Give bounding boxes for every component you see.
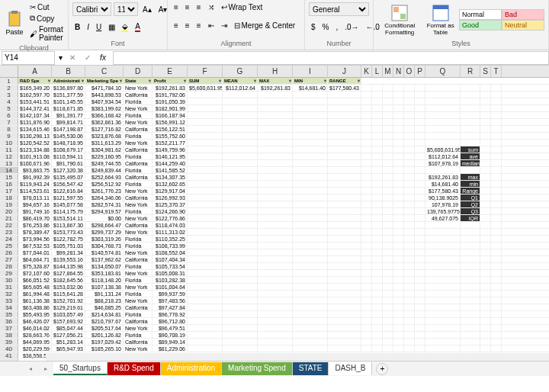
cell[interactable] — [404, 236, 415, 242]
cell[interactable] — [404, 92, 415, 98]
cell[interactable] — [188, 243, 223, 249]
cell[interactable]: $134,050.07 — [85, 263, 124, 269]
cell[interactable]: sum — [461, 146, 480, 153]
cell[interactable]: $152,211.77 — [152, 140, 188, 146]
col-header-N[interactable]: N — [393, 66, 404, 77]
cell[interactable] — [188, 236, 223, 242]
cell[interactable] — [361, 318, 372, 324]
cell[interactable] — [361, 194, 372, 201]
cell[interactable] — [393, 146, 404, 153]
row-header[interactable]: 23 — [0, 229, 18, 235]
cell[interactable]: $76,253.86 — [18, 222, 52, 228]
cell[interactable] — [393, 339, 404, 345]
cell[interactable] — [223, 194, 258, 201]
cell[interactable] — [223, 215, 258, 221]
cell[interactable] — [188, 339, 223, 345]
table-filter-header[interactable]: RANGE — [328, 78, 361, 84]
cell[interactable]: $191,792.06 — [152, 92, 188, 98]
cell[interactable] — [480, 311, 491, 317]
cell[interactable]: $177,580.43 — [425, 188, 461, 194]
cell[interactable] — [372, 181, 383, 187]
cell[interactable] — [293, 339, 328, 345]
cell[interactable] — [258, 174, 293, 180]
cell[interactable] — [425, 318, 461, 324]
cell[interactable] — [415, 277, 425, 283]
cell[interactable] — [258, 188, 293, 194]
cell[interactable]: $153,773.43 — [52, 229, 85, 235]
cell[interactable] — [383, 339, 393, 345]
cell[interactable] — [188, 105, 223, 111]
cell[interactable] — [415, 263, 425, 269]
cell[interactable] — [393, 277, 404, 283]
cell[interactable]: 49,627.075 — [425, 215, 461, 221]
cell[interactable]: $134,307.35 — [152, 174, 188, 180]
cell[interactable] — [491, 201, 502, 207]
cell[interactable] — [328, 229, 361, 235]
cell[interactable] — [461, 92, 480, 98]
cell[interactable] — [383, 249, 393, 255]
cell[interactable] — [223, 112, 258, 118]
cell[interactable] — [383, 284, 393, 290]
cell[interactable] — [372, 201, 383, 207]
cell[interactable] — [404, 208, 415, 214]
cell[interactable]: $129,219.61 — [52, 304, 85, 310]
cell[interactable]: $20,229.59 — [18, 345, 52, 352]
cell[interactable] — [293, 249, 328, 255]
cell[interactable] — [415, 284, 425, 290]
cell[interactable] — [404, 311, 415, 317]
col-header-F[interactable]: F — [188, 66, 223, 77]
currency-button[interactable]: $ — [309, 22, 318, 32]
cell[interactable]: $118,148.20 — [85, 277, 124, 283]
cell[interactable] — [393, 304, 404, 310]
cell[interactable] — [491, 181, 502, 187]
cell[interactable]: $140,574.81 — [85, 249, 124, 255]
cell[interactable]: $261,776.23 — [85, 188, 124, 194]
cell[interactable] — [383, 256, 393, 262]
cell[interactable]: $67,532.53 — [18, 243, 52, 249]
cell[interactable] — [480, 277, 491, 283]
cell[interactable] — [415, 126, 425, 132]
cell[interactable] — [258, 222, 293, 228]
cell[interactable]: $66,051.52 — [18, 277, 52, 283]
cell[interactable] — [372, 160, 383, 166]
row-header[interactable]: 34 — [0, 304, 18, 310]
cell[interactable]: New York — [124, 201, 152, 207]
cell[interactable] — [188, 318, 223, 324]
cell[interactable]: $162,597.70 — [18, 92, 52, 98]
cell[interactable]: 139,765.9775 — [425, 208, 461, 214]
cell[interactable]: New York — [124, 140, 152, 146]
cell[interactable] — [404, 297, 415, 304]
cell[interactable] — [415, 236, 425, 242]
cell[interactable] — [293, 112, 328, 118]
cell[interactable] — [372, 243, 383, 249]
cell[interactable] — [404, 304, 415, 310]
cell[interactable] — [372, 188, 383, 194]
cell[interactable] — [383, 270, 393, 276]
cell[interactable]: $81,229.06 — [152, 345, 188, 352]
table-filter-header[interactable]: State — [124, 78, 152, 84]
row-header[interactable]: 7 — [0, 119, 18, 125]
cell[interactable] — [361, 98, 372, 104]
cell[interactable]: Florida — [124, 98, 152, 104]
cell[interactable] — [425, 277, 461, 283]
cell[interactable] — [393, 105, 404, 111]
cell[interactable] — [383, 174, 393, 180]
row-header[interactable]: 30 — [0, 277, 18, 283]
font-size-select[interactable]: 11 — [114, 2, 138, 16]
cell[interactable] — [258, 236, 293, 242]
cell[interactable]: $107,138.38 — [85, 284, 124, 290]
cell[interactable] — [328, 270, 361, 276]
cell[interactable] — [383, 345, 393, 352]
cell[interactable] — [415, 140, 425, 146]
cell[interactable] — [258, 297, 293, 304]
row-header[interactable]: 6 — [0, 112, 18, 118]
add-sheet-button[interactable]: + — [376, 363, 388, 375]
cell[interactable] — [415, 332, 425, 338]
cell[interactable] — [293, 243, 328, 249]
cell[interactable] — [328, 277, 361, 283]
cell[interactable] — [361, 174, 372, 180]
cell[interactable]: Florida — [124, 236, 152, 242]
cell[interactable] — [461, 270, 480, 276]
cell[interactable] — [328, 126, 361, 132]
cell[interactable]: $298,664.47 — [85, 222, 124, 228]
